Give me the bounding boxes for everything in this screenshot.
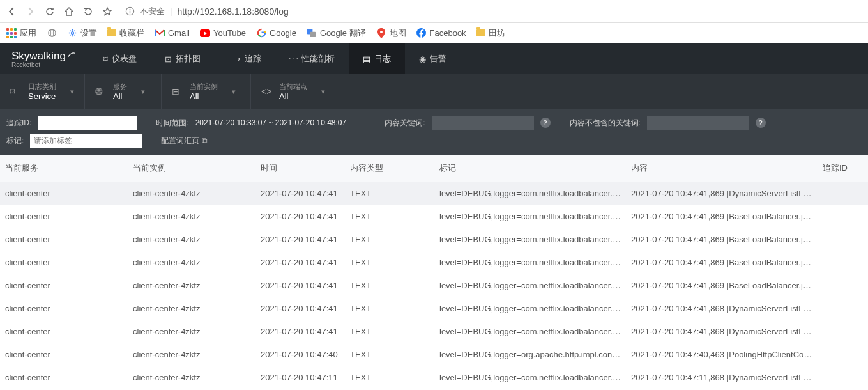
cell-type: TEXT (345, 274, 434, 297)
chevron-down-icon: ▾ (232, 88, 236, 96)
time-label: 时间范围: (156, 118, 188, 129)
search-bar: 追踪ID: 时间范围: 2021-07-20 10:33:07 ~ 2021-0… (0, 109, 868, 155)
cell-trace-id (818, 251, 868, 274)
cell-content: 2021-07-20 10:47:41,869 [BaseLoadBalance… (626, 228, 818, 251)
filter-instance[interactable]: ⊟ 当前实例All ▾ (162, 74, 251, 109)
bookmark-google[interactable]: Google (256, 28, 296, 38)
apps-button[interactable]: 应用 (6, 27, 36, 39)
table-header-row: 当前服务 当前实例 时间 内容类型 标记 内容 追踪ID (0, 155, 868, 182)
tab-trace[interactable]: ⟶追踪 (215, 43, 275, 74)
cell-service: client-center (0, 205, 128, 228)
bookmark-tianfang[interactable]: 田坊 (476, 27, 505, 39)
endpoint-icon: <> (261, 86, 273, 97)
table-row[interactable]: client-centerclient-center-4zkfz2021-07-… (0, 297, 868, 320)
bookmark-facebook[interactable]: Facebook (416, 28, 466, 38)
star-button[interactable] (101, 5, 114, 18)
col-tag: 标记 (434, 155, 626, 182)
cell-content: 2021-07-20 10:47:41,869 [DynamicServerLi… (626, 182, 818, 205)
info-icon (125, 6, 135, 16)
bookmark-gtranslate[interactable]: Google 翻译 (307, 27, 366, 39)
cell-tag: level=DEBUG,logger=com.netflix.loadbalan… (434, 297, 626, 320)
col-instance: 当前实例 (128, 155, 255, 182)
help-icon[interactable]: ? (756, 118, 766, 128)
cell-instance: client-center-4zkfz (128, 182, 255, 205)
cell-type: TEXT (345, 205, 434, 228)
gmail-icon (155, 28, 165, 38)
config-link[interactable]: 配置词汇页 ⧉ (161, 136, 208, 146)
filter-category[interactable]: ⌑ 日志类别Service ▾ (0, 74, 85, 109)
filter-service[interactable]: ⛃ 服务All ▾ (85, 74, 162, 109)
cell-service: client-center (0, 274, 128, 297)
maps-icon (376, 28, 386, 38)
bookmark-globe[interactable] (47, 28, 57, 38)
keyword-input[interactable] (432, 116, 534, 130)
table-row[interactable]: client-centerclient-center-4zkfz2021-07-… (0, 205, 868, 228)
table-row[interactable]: client-centerclient-center-4zkfz2021-07-… (0, 366, 868, 389)
folder-icon (107, 29, 116, 36)
bookmark-favbar[interactable]: 收藏栏 (107, 27, 144, 39)
youtube-icon (200, 28, 210, 38)
logo[interactable]: Skywalking Rocketbot (0, 50, 89, 68)
bookmark-gmail[interactable]: Gmail (155, 28, 190, 38)
reload-button[interactable] (43, 5, 56, 18)
alarm-icon: ◉ (419, 54, 426, 64)
tab-dashboard[interactable]: ⌑仪表盘 (89, 43, 151, 74)
tags-input[interactable] (30, 134, 142, 148)
cell-instance: client-center-4zkfz (128, 366, 255, 389)
cell-tag: level=DEBUG,logger=com.netflix.loadbalan… (434, 182, 626, 205)
table-row[interactable]: client-centerclient-center-4zkfz2021-07-… (0, 320, 868, 343)
apps-icon (6, 28, 17, 38)
back-button[interactable] (5, 5, 18, 18)
cell-content: 2021-07-20 10:47:41,868 [DynamicServerLi… (626, 320, 818, 343)
chart-icon: ⌑ (103, 54, 108, 64)
cell-instance: client-center-4zkfz (128, 320, 255, 343)
bookmark-youtube[interactable]: YouTube (200, 28, 246, 38)
trace-id-input[interactable] (38, 116, 137, 130)
cell-instance: client-center-4zkfz (128, 274, 255, 297)
tab-log[interactable]: ▤日志 (349, 43, 405, 74)
url-bar[interactable]: 不安全 | http://192.168.1.18:8080/log (120, 6, 863, 17)
cell-trace-id (818, 366, 868, 389)
table-row[interactable]: client-centerclient-center-4zkfz2021-07-… (0, 228, 868, 251)
cell-service: client-center (0, 343, 128, 366)
topo-icon: ⊡ (165, 54, 172, 64)
home-button[interactable] (63, 5, 75, 18)
translate-icon (307, 28, 317, 38)
bookmark-maps[interactable]: 地图 (376, 27, 406, 39)
time-range[interactable]: 2021-07-20 10:33:07 ~ 2021-07-20 10:48:0… (195, 118, 347, 127)
help-icon[interactable]: ? (540, 118, 551, 128)
exclude-input[interactable] (647, 116, 749, 130)
cell-time: 2021-07-20 10:47:41 (255, 251, 345, 274)
cell-service: client-center (0, 251, 128, 274)
perf-icon: 〰 (289, 54, 298, 64)
cell-content: 2021-07-20 10:47:40,463 [PoolingHttpClie… (626, 343, 818, 366)
cell-service: client-center (0, 297, 128, 320)
cell-trace-id (818, 343, 868, 366)
table-row[interactable]: client-centerclient-center-4zkfz2021-07-… (0, 343, 868, 366)
table-row[interactable]: client-centerclient-center-4zkfz2021-07-… (0, 274, 868, 297)
cell-instance: client-center-4zkfz (128, 228, 255, 251)
undo-nav-button[interactable] (82, 5, 95, 18)
col-content: 内容 (626, 155, 818, 182)
table-row[interactable]: client-centerclient-center-4zkfz2021-07-… (0, 251, 868, 274)
tab-perf[interactable]: 〰性能剖析 (275, 43, 349, 74)
svg-point-1 (130, 9, 131, 10)
app-header: Skywalking Rocketbot ⌑仪表盘 ⊡拓扑图 ⟶追踪 〰性能剖析… (0, 43, 868, 74)
svg-point-6 (71, 32, 73, 35)
filter-bar: ⌑ 日志类别Service ▾ ⛃ 服务All ▾ ⊟ 当前实例All ▾ <>… (0, 74, 868, 109)
table-row[interactable]: client-centerclient-center-4zkfz2021-07-… (0, 182, 868, 205)
trace-id-label: 追踪ID: (6, 118, 31, 129)
bookmark-settings[interactable]: 设置 (67, 27, 97, 39)
tab-topo[interactable]: ⊡拓扑图 (151, 43, 215, 74)
facebook-icon (416, 28, 427, 38)
tags-label: 标记: (6, 136, 24, 146)
globe-icon (47, 28, 57, 38)
logo-main: Skywalking (11, 50, 78, 63)
tab-alarm[interactable]: ◉告警 (405, 43, 461, 74)
filter-endpoint[interactable]: <> 当前端点All ▾ (251, 74, 340, 109)
forward-button[interactable] (24, 5, 37, 18)
chevron-down-icon: ▾ (321, 88, 325, 96)
svg-rect-2 (130, 11, 130, 14)
cell-time: 2021-07-20 10:47:41 (255, 182, 345, 205)
cell-time: 2021-07-20 10:47:41 (255, 274, 345, 297)
